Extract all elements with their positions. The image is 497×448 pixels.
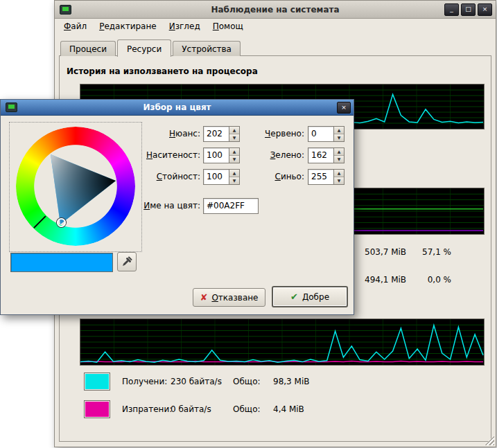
received-rate: 230 байта/s bbox=[171, 377, 222, 386]
ok-button[interactable]: ✔ Добре bbox=[272, 286, 348, 307]
blue-spinbox: 255 ▲ ▼ bbox=[308, 169, 345, 185]
tab-resources[interactable]: Ресурси bbox=[117, 39, 171, 57]
hue-steppers: ▲ ▼ bbox=[229, 126, 240, 142]
dialog-titlebar[interactable]: Избор на цвят × bbox=[1, 100, 354, 116]
minimize-button[interactable]: _ bbox=[444, 3, 459, 16]
sent-total: 4,4 MiB bbox=[273, 404, 304, 414]
blue-steppers: ▲ ▼ bbox=[333, 169, 345, 185]
sent-rate: 0 байта/s bbox=[171, 404, 211, 414]
menu-view[interactable]: Изглед bbox=[163, 19, 207, 34]
maximize-button[interactable]: □ bbox=[461, 3, 476, 16]
green-step-down-icon[interactable]: ▼ bbox=[334, 156, 344, 163]
cancel-icon: ✘ bbox=[200, 292, 208, 303]
hue-step-up-icon[interactable]: ▲ bbox=[229, 127, 239, 134]
red-steppers: ▲ ▼ bbox=[333, 126, 345, 142]
red-input[interactable]: 0 bbox=[308, 126, 333, 142]
blue-step-up-icon[interactable]: ▲ bbox=[334, 170, 344, 177]
hue-step-down-icon[interactable]: ▼ bbox=[229, 134, 239, 141]
dialog-icon bbox=[6, 102, 17, 112]
eyedropper-button[interactable] bbox=[117, 252, 137, 271]
hue-label: Нюанс: bbox=[132, 129, 200, 138]
green-input[interactable]: 162 bbox=[308, 147, 333, 163]
red-step-up-icon[interactable]: ▲ bbox=[334, 127, 344, 134]
window-controls: _ □ × bbox=[444, 3, 492, 16]
cancel-button-label: Отказване bbox=[211, 293, 258, 303]
received-label: Получени: bbox=[122, 377, 167, 386]
color-picker-dialog: Избор на цвят × Нюанс: 202 ▲ ▼ Наситенос… bbox=[0, 99, 354, 315]
saturation-steppers: ▲ ▼ bbox=[229, 147, 240, 163]
green-steppers: ▲ ▼ bbox=[333, 147, 345, 163]
received-total-label: Общо: bbox=[233, 377, 261, 386]
red-spinbox: 0 ▲ ▼ bbox=[308, 126, 345, 142]
dialog-title: Избор на цвят bbox=[1, 102, 354, 112]
window-title: Наблюдение на системата bbox=[55, 5, 496, 15]
swap-used-value: 494,1 MiB bbox=[365, 275, 406, 285]
value-input[interactable]: 100 bbox=[203, 169, 229, 185]
received-total: 98,3 MiB bbox=[273, 377, 309, 386]
menu-edit[interactable]: Редактиране bbox=[93, 19, 163, 34]
color-name-input[interactable]: #00A2FF bbox=[203, 198, 259, 214]
green-spinbox: 162 ▲ ▼ bbox=[308, 147, 345, 163]
menu-help[interactable]: Помощ bbox=[207, 19, 250, 34]
red-label: Червено: bbox=[245, 129, 304, 138]
system-monitor-icon bbox=[60, 5, 71, 15]
blue-label: Синьо: bbox=[245, 172, 304, 181]
color-wheel[interactable] bbox=[9, 122, 142, 252]
tab-devices[interactable]: Устройства bbox=[173, 41, 241, 56]
saturation-spinbox: 100 ▲ ▼ bbox=[203, 147, 240, 163]
close-button[interactable]: × bbox=[478, 3, 492, 16]
hue-input[interactable]: 202 bbox=[203, 126, 229, 142]
cancel-button[interactable]: ✘ Отказване bbox=[193, 288, 265, 307]
sent-label: Изпратени: bbox=[122, 404, 172, 414]
value-step-up-icon[interactable]: ▲ bbox=[229, 170, 239, 177]
ok-icon: ✔ bbox=[290, 292, 298, 302]
saturation-input[interactable]: 100 bbox=[203, 147, 229, 163]
swap-used-percent: 0,0 % bbox=[410, 275, 451, 285]
ok-button-label: Добре bbox=[302, 292, 329, 302]
green-label: Зелено: bbox=[245, 150, 304, 160]
green-step-up-icon[interactable]: ▲ bbox=[334, 148, 344, 156]
sent-color-swatch[interactable] bbox=[84, 400, 110, 418]
value-step-down-icon[interactable]: ▼ bbox=[229, 177, 239, 184]
blue-step-down-icon[interactable]: ▼ bbox=[334, 177, 344, 184]
saturation-step-up-icon[interactable]: ▲ bbox=[229, 148, 239, 156]
screen: Наблюдение на системата _ □ × Файл Редак… bbox=[0, 0, 497, 448]
saturation-step-down-icon[interactable]: ▼ bbox=[229, 156, 239, 163]
sent-total-label: Общо: bbox=[233, 404, 261, 414]
window-titlebar[interactable]: Наблюдение на системата _ □ × bbox=[55, 1, 496, 19]
blue-input[interactable]: 255 bbox=[308, 169, 333, 185]
color-name-label: Име на цвят: bbox=[132, 201, 200, 210]
received-color-swatch[interactable] bbox=[84, 373, 110, 391]
memory-used-percent: 57,1 % bbox=[410, 247, 451, 257]
value-label: Стойност: bbox=[132, 172, 200, 181]
memory-used-value: 503,7 MiB bbox=[365, 247, 406, 257]
color-preview bbox=[10, 253, 113, 272]
eyedropper-icon bbox=[121, 256, 132, 267]
red-step-down-icon[interactable]: ▼ bbox=[334, 134, 344, 141]
color-selector-marker[interactable] bbox=[57, 218, 66, 227]
hue-marker[interactable] bbox=[33, 215, 46, 228]
network-history-chart bbox=[80, 319, 485, 366]
menubar: Файл Редактиране Изглед Помощ bbox=[58, 19, 250, 34]
cpu-history-heading: История на използването на процесора bbox=[67, 66, 258, 76]
hue-spinbox: 202 ▲ ▼ bbox=[203, 126, 240, 142]
tab-processes[interactable]: Процеси bbox=[60, 41, 116, 56]
dialog-close-button[interactable]: × bbox=[337, 102, 351, 114]
saturation-label: Наситеност: bbox=[132, 150, 200, 160]
value-spinbox: 100 ▲ ▼ bbox=[203, 169, 240, 185]
value-steppers: ▲ ▼ bbox=[229, 169, 240, 185]
menu-file[interactable]: Файл bbox=[58, 19, 93, 34]
tab-bar: Процеси Ресурси Устройства bbox=[60, 37, 242, 56]
